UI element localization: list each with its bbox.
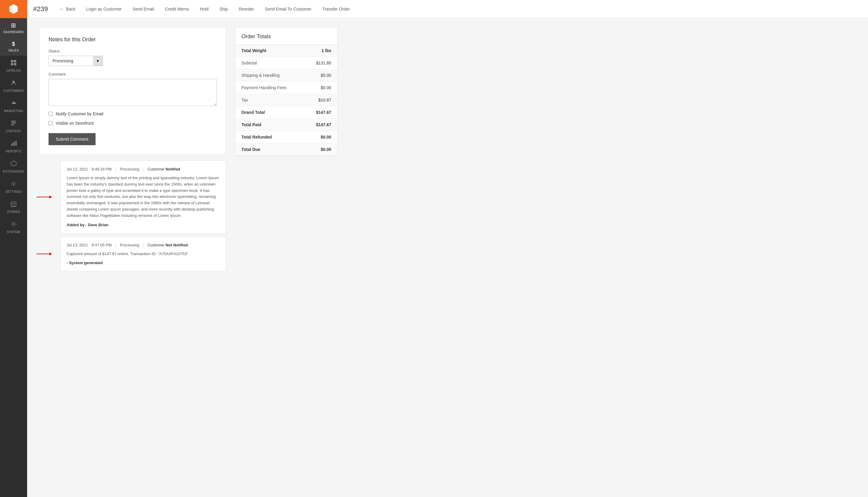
comment-meta-1: Jul 13, 2021 9:48:28 PM | Processing | C… (67, 167, 220, 171)
main-area: #239 ← Back Login as Customer Send Email… (27, 0, 868, 497)
totals-label: Total Paid (235, 119, 304, 131)
totals-row: Total Refunded$0.00 (235, 131, 337, 143)
totals-row: Tax$10.87 (235, 94, 337, 106)
login-as-customer-button[interactable]: Login as Customer (81, 0, 127, 18)
totals-row: Shipping & Handling$5.00 (235, 69, 337, 82)
svg-point-16 (13, 223, 14, 225)
totals-row: Subtotal$131.80 (235, 57, 337, 69)
svg-rect-1 (14, 60, 16, 62)
sidebar-item-label: SALES (9, 49, 19, 52)
sidebar-item-settings[interactable]: SETTINGS (0, 177, 27, 197)
totals-table: Total Weight1 lbsSubtotal$131.80Shipping… (235, 45, 337, 156)
totals-value: 1 lbs (304, 45, 337, 57)
arrow-line-2 (37, 254, 52, 254)
totals-label: Total Due (235, 143, 304, 156)
comment-status-2: Processing (120, 243, 139, 247)
svg-marker-12 (11, 161, 16, 166)
comment-entry-1: Jul 13, 2021 9:48:28 PM | Processing | C… (60, 160, 226, 233)
submit-comment-button[interactable]: Submit Comment (48, 133, 96, 145)
comment-body-1: Lorem Ipsum is simply dummy text of the … (67, 175, 220, 219)
topbar: #239 ← Back Login as Customer Send Email… (27, 0, 868, 18)
arrow-annotation-1 (37, 197, 52, 197)
comment-entry-2: Jul 13, 2021 9:47:05 PM | Processing | C… (60, 237, 226, 272)
send-email-to-customer-button[interactable]: Send Email To Customer (260, 0, 317, 18)
sidebar-item-content[interactable]: CONTENT (0, 116, 27, 137)
order-totals: Order Totals Total Weight1 lbsSubtotal$1… (235, 27, 338, 156)
sidebar-item-label: MARKETING (4, 109, 23, 113)
stores-icon (10, 201, 17, 209)
svg-rect-10 (14, 142, 15, 146)
comment-author-1: Added by - Dave Brian (67, 223, 220, 227)
sidebar-item-dashboard[interactable]: ⊞ DASHBOARD (0, 18, 27, 37)
sidebar-item-label: CATALOG (6, 69, 21, 72)
sidebar-item-label: REPORTS (6, 150, 22, 153)
totals-row: Payment Handling Fees$0.00 (235, 82, 337, 94)
reports-icon (10, 140, 17, 148)
sidebar-item-extensions[interactable]: EXTENSIONS (0, 157, 27, 177)
notify-checkbox-row: Notify Customer by Email (48, 111, 217, 116)
sidebar-item-marketing[interactable]: MARKETING (0, 96, 27, 116)
sidebar-item-label: SETTINGS (5, 190, 22, 194)
back-button[interactable]: ← Back (54, 0, 81, 18)
sidebar-item-reports[interactable]: REPORTS (0, 137, 27, 157)
sidebar-item-system[interactable]: SYSTEM (0, 217, 27, 237)
topbar-actions: ← Back Login as Customer Send Email Cred… (54, 0, 355, 18)
totals-row: Total Paid$147.67 (235, 119, 337, 131)
comment-date-2: Jul 13, 2021 (67, 243, 88, 247)
svg-rect-9 (13, 142, 14, 146)
catalog-icon (10, 59, 17, 68)
visible-label[interactable]: Visible on Storefront (56, 121, 94, 126)
sidebar-item-label: EXTENSIONS (3, 170, 24, 173)
notify-label[interactable]: Notify Customer by Email (56, 111, 103, 116)
comment-meta-2: Jul 13, 2021 9:47:05 PM | Processing | C… (67, 243, 220, 247)
totals-value: $10.87 (304, 94, 337, 106)
content-icon (10, 120, 17, 128)
visible-checkbox[interactable] (48, 121, 53, 125)
settings-icon (10, 181, 17, 188)
sidebar-logo (0, 0, 27, 18)
ship-button[interactable]: Ship (214, 0, 233, 18)
arrow-annotation-2 (37, 254, 52, 254)
totals-label: Tax (235, 94, 304, 106)
sidebar-item-customers[interactable]: CUSTOMERS (0, 76, 27, 96)
sidebar-item-catalog[interactable]: CATALOG (0, 56, 27, 76)
svg-rect-0 (11, 60, 13, 62)
status-select-wrapper: Processing ▾ (48, 56, 103, 66)
totals-label: Payment Handling Fees (235, 82, 304, 94)
svg-rect-6 (11, 123, 16, 124)
comment-body-2: Captured amount of $147.67 online. Trans… (67, 251, 220, 257)
arrow-line-1 (37, 197, 52, 197)
comment-author-2: - System generated (67, 260, 220, 265)
left-panel: Notes for this Order Status Processing ▾… (39, 27, 226, 488)
marketing-icon (10, 100, 17, 108)
svg-rect-5 (11, 121, 16, 122)
comment-notification-1: Customer Notified (148, 167, 180, 171)
status-label: Status (48, 49, 217, 53)
svg-rect-3 (14, 63, 16, 65)
svg-rect-15 (13, 205, 14, 207)
sidebar-item-label: STORES (7, 210, 20, 214)
transfer-order-button[interactable]: Transfer Order (317, 0, 355, 18)
credit-memo-button[interactable]: Credit Memo (159, 0, 194, 18)
comment-status-1: Processing (120, 167, 139, 171)
system-icon (10, 221, 17, 229)
status-select[interactable]: Processing (48, 56, 103, 66)
sidebar-item-stores[interactable]: STORES (0, 197, 27, 217)
totals-label: Grand Total (235, 106, 304, 119)
dashboard-icon: ⊞ (11, 22, 16, 29)
totals-label: Shipping & Handling (235, 69, 304, 82)
sidebar-item-label: CONTENT (6, 129, 22, 133)
notify-checkbox[interactable] (48, 112, 53, 116)
reorder-button[interactable]: Reorder (233, 0, 260, 18)
notes-title: Notes for this Order (48, 37, 217, 43)
totals-value: $5.00 (304, 69, 337, 82)
totals-row: Total Weight1 lbs (235, 45, 337, 57)
svg-point-4 (12, 81, 15, 83)
totals-row: Grand Total$147.67 (235, 106, 337, 119)
comment-notification-2: Customer Not Notified (148, 243, 188, 247)
comment-textarea[interactable] (48, 79, 217, 106)
hold-button[interactable]: Hold (194, 0, 214, 18)
send-email-button[interactable]: Send Email (127, 0, 160, 18)
sidebar-item-sales[interactable]: $ SALES (0, 37, 27, 56)
visible-checkbox-row: Visible on Storefront (48, 121, 217, 126)
